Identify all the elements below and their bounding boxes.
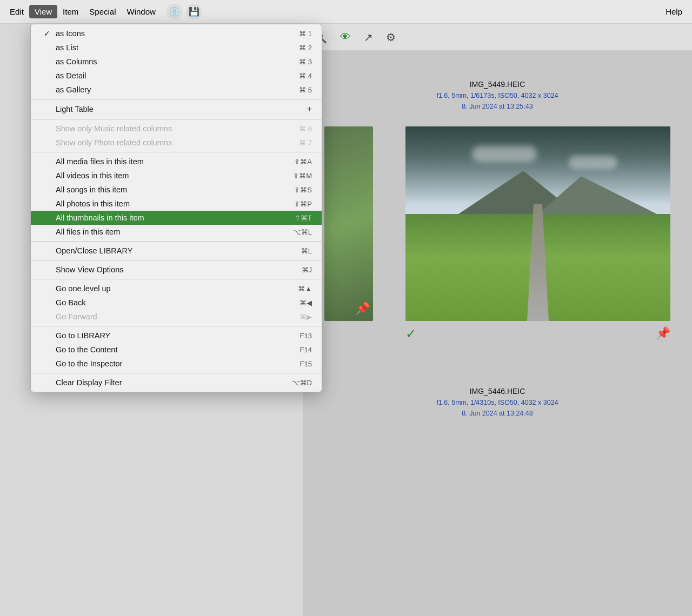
menu-item-all-thumbnails[interactable]: All thumbnails in this item ⇧⌘T — [31, 211, 322, 225]
menu-item-all-media[interactable]: All media files in this item ⇧⌘A — [31, 155, 322, 169]
label-as-gallery: as Gallery — [56, 85, 283, 94]
label-all-videos: All videos in this item — [56, 171, 277, 180]
toolbar: 🔍 👁 ↗ ⚙ — [303, 24, 692, 51]
photo1-detail2: 8. Jun 2024 at 13:25:43 — [462, 103, 533, 110]
menu-bar: Edit View Item Special Window 💿 💾 Help — [0, 0, 692, 24]
menu-item-all-songs[interactable]: All songs in this item ⇧⌘S — [31, 183, 322, 197]
shortcut-as-gallery: ⌘ 5 — [299, 86, 312, 94]
label-go-to-inspector: Go to the Inspector — [56, 359, 284, 368]
menu-special[interactable]: Special — [84, 5, 121, 18]
shortcut-all-songs: ⇧⌘S — [294, 186, 312, 194]
menu-item-light-table[interactable]: Light Table + — [31, 102, 322, 117]
photo2-detail1: f1.6, 5mm, 1/4310s, ISO50, 4032 x 3024 — [436, 399, 558, 406]
menu-edit[interactable]: Edit — [4, 5, 29, 18]
divider-3 — [31, 152, 322, 152]
menu-item-clear-filter[interactable]: Clear Display Filter ⌥⌘D — [31, 376, 322, 390]
finder-icon: 💿 — [167, 4, 183, 20]
menu-item-go-level-up[interactable]: Go one level up ⌘▲ — [31, 282, 322, 296]
label-open-library: Open/Close LIBRARY — [56, 246, 285, 255]
photo2-detail2: 8. Jun 2024 at 13:24:48 — [462, 410, 533, 417]
label-go-level-up: Go one level up — [56, 284, 282, 293]
photo-area: IMG_5449.HEIC f1.6, 5mm, 1/6173s, ISO50,… — [303, 51, 692, 616]
shortcut-as-list: ⌘ 2 — [299, 44, 312, 52]
badge-check-main: ✓ — [405, 326, 416, 342]
label-go-to-library: Go to LIBRARY — [56, 331, 284, 340]
shortcut-go-forward: ⌘▶ — [300, 313, 312, 321]
landscape-photo — [405, 126, 670, 321]
shortcut-all-videos: ⇧⌘M — [293, 172, 312, 180]
divider-6 — [31, 279, 322, 279]
checkmark-as-icons: ✓ — [44, 29, 52, 38]
mountain2 — [538, 176, 657, 214]
shortcut-all-media: ⇧⌘A — [294, 158, 312, 166]
label-all-songs: All songs in this item — [56, 185, 278, 194]
shortcut-open-library: ⌘L — [301, 247, 312, 255]
shortcut-music-cols: ⌘ 6 — [299, 125, 312, 133]
plus-icon-light-table: + — [307, 104, 312, 114]
divider-5 — [31, 260, 322, 260]
menu-item-show-view-options[interactable]: Show View Options ⌘J — [31, 263, 322, 277]
shortcut-go-to-inspector: F15 — [300, 360, 312, 368]
menu-item-go-back[interactable]: Go Back ⌘◀ — [31, 296, 322, 310]
photo1-detail1: f1.6, 5mm, 1/6173s, ISO50, 4032 x 3024 — [436, 92, 558, 99]
label-go-back: Go Back — [56, 298, 283, 307]
shortcut-all-thumbnails: ⇧⌘T — [295, 214, 312, 222]
menu-item-as-icons[interactable]: ✓ as Icons ⌘ 1 — [31, 26, 322, 41]
menu-window[interactable]: Window — [122, 5, 161, 18]
menu-item-photo-cols: Show only Photo related columns ⌘ 7 — [31, 136, 322, 150]
label-as-detail: as Detail — [56, 71, 283, 80]
shortcut-go-to-library: F13 — [300, 332, 312, 340]
menu-item-as-columns[interactable]: as Columns ⌘ 3 — [31, 55, 322, 69]
label-all-media: All media files in this item — [56, 157, 278, 166]
menu-item-as-gallery[interactable]: as Gallery ⌘ 5 — [31, 83, 322, 97]
photo-row-1: 📌 ✓ — [314, 126, 681, 342]
photo1-name: IMG_5449.HEIC — [470, 80, 525, 89]
shortcut-go-back: ⌘◀ — [300, 299, 312, 307]
divider-1 — [31, 99, 322, 99]
photo-item-2: IMG_5446.HEIC f1.6, 5mm, 1/4310s, ISO50,… — [436, 379, 558, 417]
menu-item-go-to-inspector[interactable]: Go to the Inspector F15 — [31, 357, 322, 371]
label-photo-cols: Show only Photo related columns — [56, 138, 283, 147]
photo-item-1: IMG_5449.HEIC f1.6, 5mm, 1/6173s, ISO50,… — [436, 72, 558, 110]
eye-icon[interactable]: 👁 — [340, 31, 351, 43]
shortcut-all-photos: ⇧⌘P — [294, 200, 312, 208]
label-clear-filter: Clear Display Filter — [56, 378, 276, 387]
menu-item-all-photos[interactable]: All photos in this item ⇧⌘P — [31, 197, 322, 211]
divider-7 — [31, 326, 322, 326]
menu-item-go-to-library[interactable]: Go to LIBRARY F13 — [31, 329, 322, 343]
gear-icon[interactable]: ⚙ — [386, 31, 396, 44]
menu-item-as-list[interactable]: as List ⌘ 2 — [31, 41, 322, 55]
menu-item-as-detail[interactable]: as Detail ⌘ 4 — [31, 69, 322, 83]
label-as-list: as List — [56, 43, 283, 52]
label-go-forward: Go Forward — [56, 312, 283, 321]
shortcut-show-view-options: ⌘J — [302, 266, 312, 274]
label-music-cols: Show only Music related columns — [56, 124, 283, 133]
shortcut-photo-cols: ⌘ 7 — [299, 139, 312, 147]
disk-icon: 💾 — [186, 4, 202, 20]
main-photo-thumb[interactable]: ✓ 📌 — [405, 126, 670, 342]
menu-item-all-videos[interactable]: All videos in this item ⇧⌘M — [31, 169, 322, 183]
menu-item-open-library[interactable]: Open/Close LIBRARY ⌘L — [31, 244, 322, 258]
badge-pin-main: 📌 — [656, 326, 670, 342]
expand-icon[interactable]: ↗ — [364, 31, 373, 44]
menu-item-all-files[interactable]: All files in this item ⌥⌘L — [31, 225, 322, 239]
menu-view[interactable]: View — [29, 5, 57, 18]
menu-item[interactable]: Item — [57, 5, 84, 18]
divider-2 — [31, 119, 322, 119]
label-light-table: Light Table — [56, 105, 307, 113]
menu-item-go-to-content[interactable]: Go to the Content F14 — [31, 343, 322, 357]
shortcut-as-columns: ⌘ 3 — [299, 58, 312, 66]
label-go-to-content: Go to the Content — [56, 345, 284, 354]
menu-item-music-cols: Show only Music related columns ⌘ 6 — [31, 122, 322, 136]
shortcut-all-files: ⌥⌘L — [293, 228, 312, 236]
photo-partial-left[interactable]: 📌 — [324, 126, 373, 321]
label-as-columns: as Columns — [56, 57, 283, 66]
menu-help[interactable]: Help — [660, 5, 688, 18]
label-as-icons: as Icons — [56, 29, 283, 38]
shortcut-as-icons: ⌘ 1 — [299, 30, 312, 38]
shortcut-clear-filter: ⌥⌘D — [292, 379, 312, 387]
shortcut-go-to-content: F14 — [300, 346, 312, 354]
shortcut-go-level-up: ⌘▲ — [298, 285, 312, 293]
menu-item-go-forward: Go Forward ⌘▶ — [31, 310, 322, 324]
shortcut-as-detail: ⌘ 4 — [299, 72, 312, 80]
